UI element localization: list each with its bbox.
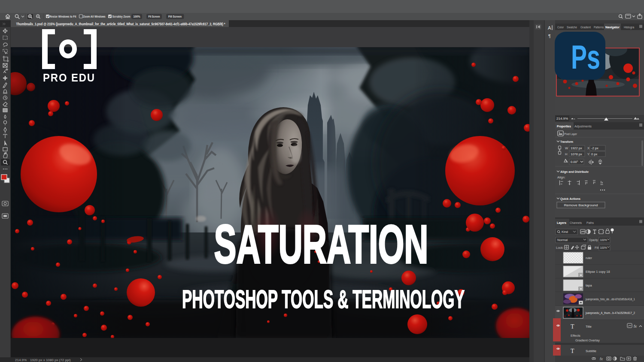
svg-text:fx: fx [600,357,603,361]
svg-text:Thumbnails_1.psd @ 215% (juanp: Thumbnails_1.psd @ 215% (juanproedu_A_th… [16,22,226,26]
svg-text:Properties: Properties [557,124,571,128]
svg-text:tapa: tapa [586,284,592,287]
svg-text:fx: fx [634,324,637,329]
svg-text:Gradient: Gradient [580,25,591,29]
svg-text:Effects: Effects [571,334,580,338]
svg-text:PHOTOSHOP TOOLS & TERMINOLOGY: PHOTOSHOP TOOLS & TERMINOLOGY [182,285,465,314]
svg-text:Quick Actions: Quick Actions [560,197,580,201]
svg-text:Title: Title [586,325,592,329]
svg-text:214.9%: 214.9% [556,117,568,121]
svg-text:juanproedu_foto_de...dd-87d2df: juanproedu_foto_de...dd-87d2df16c418_1 [585,297,635,301]
svg-text:Remove Background: Remove Background [564,203,598,207]
svg-text:Histogra: Histogra [624,25,635,29]
svg-text:Kind: Kind [562,230,568,234]
svg-text:Gradient Overlay: Gradient Overlay [575,338,600,342]
svg-text:Ellipse 1 copy 18: Ellipse 1 copy 18 [586,270,610,274]
svg-text:X: X [587,146,589,150]
svg-text:Pixel Layer: Pixel Layer [564,132,577,136]
svg-text:T: T [571,348,574,354]
svg-text:Paths: Paths [586,221,594,225]
svg-text:T: T [571,323,574,330]
svg-text:ruler: ruler [586,256,592,260]
svg-text:Lock:: Lock: [556,246,564,250]
svg-text:100%: 100% [600,246,607,250]
svg-text:1922 px: 1922 px [571,146,582,150]
svg-text:0.00°: 0.00° [571,160,578,164]
svg-text:Color: Color [557,25,564,29]
svg-text:Fill Screen: Fill Screen [168,15,182,18]
svg-text:Align and Distribute: Align and Distribute [560,170,589,174]
svg-text:Navigator: Navigator [605,25,620,29]
svg-text:Align:: Align: [557,175,565,179]
svg-text:Normal: Normal [557,238,568,242]
svg-text:1078 px: 1078 px [571,152,582,156]
svg-text:Patterns: Patterns [594,25,604,29]
svg-text:Subtitle: Subtitle [586,349,596,353]
svg-text:Adjustments: Adjustments [574,124,592,128]
svg-text:Opacity:: Opacity: [589,238,598,242]
svg-text:1920 px x 1080 px (72 ppi): 1920 px x 1080 px (72 ppi) [30,358,71,362]
svg-text:W: W [565,146,568,150]
svg-text:100%: 100% [134,15,140,18]
svg-text:¶: ¶ [548,33,551,39]
svg-text:Resize Windows to Fit: Resize Windows to Fit [50,15,76,18]
svg-text:Scrubby Zoom: Scrubby Zoom [112,15,131,18]
svg-text:H: H [565,152,567,156]
svg-text:Layers: Layers [557,221,566,225]
svg-text:A: A [548,25,551,30]
svg-text:Transform: Transform [560,140,573,144]
svg-text:Channels: Channels [570,221,582,225]
svg-text:100%: 100% [600,238,607,242]
svg-text:juanproedu_A_thum...b-47a1529f: juanproedu_A_thum...b-47a1529fc817_2 [585,311,635,315]
svg-text:Zoom All Windows: Zoom All Windows [83,15,106,18]
svg-text:SATURATION: SATURATION [214,214,428,275]
svg-text:0 px: 0 px [591,152,597,156]
svg-text:Y: Y [587,152,589,156]
svg-text:Fit Screen: Fit Screen [149,15,160,18]
svg-text:214.9%: 214.9% [15,358,27,362]
svg-text:-2 px: -2 px [591,146,598,150]
svg-text:Swatche: Swatche [567,25,577,29]
